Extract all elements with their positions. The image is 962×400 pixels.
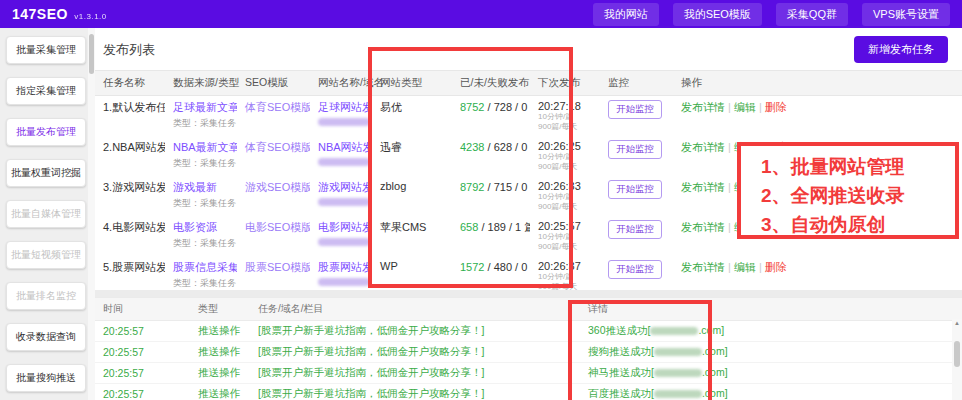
next-publish-time: 20:26:25: [538, 140, 598, 152]
log-scrollbar-thumb[interactable]: [954, 341, 960, 367]
start-monitor-button[interactable]: 开始监控: [608, 220, 662, 239]
cms-type: WP: [372, 256, 452, 296]
main-content: 发布列表 新增发布任务 任务名称数据来源/类型SEO模版网站名称/域名网站类型已…: [95, 28, 962, 400]
sidebar-item[interactable]: 指定采集管理: [6, 77, 86, 105]
site-link[interactable]: NBA网站发布: [318, 141, 372, 153]
new-publish-task-button[interactable]: 新增发布任务: [854, 36, 948, 63]
published-count: 1572: [460, 261, 484, 273]
log-text: 360推送成功[: [588, 324, 650, 336]
edit-link[interactable]: 编辑: [734, 181, 756, 193]
published-count: 8752: [460, 101, 484, 113]
delete-link[interactable]: 删除: [765, 181, 787, 193]
log-text: 神马推送成功[: [588, 366, 654, 378]
redacted-domain: [318, 238, 370, 246]
log-task: [股票开户新手避坑指南，低佣金开户攻略分享！]: [250, 342, 580, 363]
delete-link[interactable]: 删除: [765, 261, 787, 273]
site-link[interactable]: 电影网站发布: [318, 221, 372, 233]
publish-detail-link[interactable]: 发布详情: [681, 101, 725, 113]
start-monitor-button[interactable]: 开始监控: [608, 140, 662, 159]
sidebar-item: 批量排名监控: [6, 282, 86, 310]
layout: 批量采集管理指定采集管理批量发布管理批量权重词挖掘批量自媒体管理批量短视频管理批…: [0, 28, 962, 400]
scroll-up-icon[interactable]: ▲: [953, 320, 961, 326]
task-name: 1.默认发布任务: [95, 96, 165, 137]
template-link[interactable]: 体育SEO模版: [245, 141, 310, 153]
sidebar-item[interactable]: 批量采集管理: [6, 36, 86, 64]
log-scrollbar[interactable]: ▲: [952, 319, 962, 400]
publish-detail-link[interactable]: 发布详情: [681, 181, 725, 193]
site-link[interactable]: 股票网站发布: [318, 261, 372, 273]
sidebar-item[interactable]: 批量权重词挖掘: [6, 159, 86, 187]
top-menu-item-3[interactable]: 采集QQ群: [776, 3, 848, 26]
log-detail: 百度推送成功[.com]: [580, 384, 962, 400]
publish-interval: 10分钟/篇: [538, 272, 598, 282]
start-monitor-button[interactable]: 开始监控: [608, 180, 662, 199]
source-link[interactable]: NBA最新文章: [173, 141, 237, 153]
next-publish-time: 20:26:37: [538, 260, 598, 272]
edit-link[interactable]: 编辑: [734, 261, 756, 273]
sidebar-item[interactable]: 批量搜狗推送: [6, 364, 86, 392]
template-link[interactable]: 电影SEO模版: [245, 221, 310, 233]
template-link[interactable]: 体育SEO模版: [245, 101, 310, 113]
task-name: 4.电影网站发布: [95, 216, 165, 256]
log-column-header: 详情: [580, 298, 962, 321]
column-header: 网站类型: [372, 71, 452, 96]
published-count: 8792: [460, 181, 484, 193]
start-monitor-button[interactable]: 开始监控: [608, 100, 662, 119]
edit-link[interactable]: 编辑: [734, 141, 756, 153]
log-text: .com]: [698, 324, 724, 336]
log-column-header: 任务/域名/栏目: [250, 298, 580, 321]
site-cell: NBA网站发布.com: [310, 136, 372, 176]
sidebar-scrollbar-thumb[interactable]: [89, 34, 94, 74]
table-row: 1.默认发布任务足球最新文章类型：采集任务体育SEO模版足球网站发布.com易优…: [95, 96, 962, 137]
daily-quota: 900篇/每天: [538, 242, 598, 252]
edit-link[interactable]: 编辑: [734, 221, 756, 233]
log-text: 百度推送成功[: [588, 387, 654, 399]
brand-logo: 147SEO v1.3.1.0: [12, 6, 107, 22]
redacted-domain: [654, 369, 702, 377]
seo-template-cell: 游戏SEO模版: [237, 176, 310, 216]
actions-cell: 发布详情 | 编辑 | 删除: [673, 216, 962, 256]
publish-detail-link[interactable]: 发布详情: [681, 221, 725, 233]
site-cell: 游戏网站发布.com: [310, 176, 372, 216]
source-link[interactable]: 游戏最新: [173, 181, 217, 193]
top-menu-item-2[interactable]: 我的SEO模版: [673, 3, 762, 26]
site-link[interactable]: 足球网站发布: [318, 101, 372, 113]
start-monitor-button[interactable]: 开始监控: [608, 260, 662, 279]
delete-link[interactable]: 删除: [765, 101, 787, 113]
delete-link[interactable]: 删除: [765, 141, 787, 153]
redacted-domain: [650, 327, 698, 335]
top-menu-item-4[interactable]: VPS账号设置: [862, 3, 950, 26]
log-text: [股票开户新手避坑指南，低佣金开户攻略分享！]: [258, 387, 484, 399]
next-publish-cell: 20:26:3710分钟/篇900篇/每天: [530, 256, 600, 296]
log-time: 20:25:57: [95, 363, 190, 384]
sidebar-scrollbar[interactable]: [88, 28, 95, 400]
site-domain: .com: [318, 155, 370, 167]
log-panel: 时间类型任务/域名/栏目详情 20:25:57推送操作[股票开户新手避坑指南，低…: [95, 297, 962, 400]
seo-template-cell: 体育SEO模版: [237, 136, 310, 176]
next-publish-time: 20:25:57: [538, 220, 598, 232]
log-type: 推送操作: [190, 342, 250, 363]
brand-name: 147SEO: [12, 6, 68, 22]
template-link[interactable]: 股票SEO模版: [245, 261, 310, 273]
task-name: 3.游戏网站发布: [95, 176, 165, 216]
source-link[interactable]: 股票信息采集: [173, 261, 237, 273]
panel-header: 发布列表 新增发布任务: [95, 28, 962, 70]
delete-link[interactable]: 删除: [765, 221, 787, 233]
publish-detail-link[interactable]: 发布详情: [681, 141, 725, 153]
log-time: 20:25:57: [95, 342, 190, 363]
sidebar-item[interactable]: 收录数据查询: [6, 323, 86, 351]
publish-detail-link[interactable]: 发布详情: [681, 261, 725, 273]
column-header: 下次发布: [530, 71, 600, 96]
source-link[interactable]: 电影资源: [173, 221, 217, 233]
sidebar-item[interactable]: 批量发布管理: [6, 118, 86, 146]
site-link[interactable]: 游戏网站发布: [318, 181, 372, 193]
top-menu-item-1[interactable]: 我的网站: [593, 3, 659, 26]
cms-type: 苹果CMS: [372, 216, 452, 256]
source-link[interactable]: 足球最新文章: [173, 101, 237, 113]
edit-link[interactable]: 编辑: [734, 101, 756, 113]
template-link[interactable]: 游戏SEO模版: [245, 181, 310, 193]
log-type: 推送操作: [190, 363, 250, 384]
cms-type: 易优: [372, 96, 452, 137]
seo-template-cell: 电影SEO模版: [237, 216, 310, 256]
table-row: 2.NBA网站发布NBA最新文章类型：采集任务体育SEO模版NBA网站发布.co…: [95, 136, 962, 176]
